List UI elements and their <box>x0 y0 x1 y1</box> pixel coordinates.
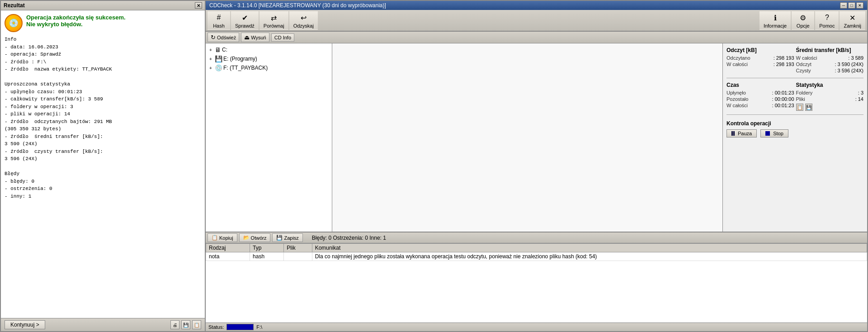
save-stats-icon[interactable]: 💾 <box>805 104 812 111</box>
w-calosci-row: W całości : 298 193 <box>726 62 794 67</box>
app-title: CDCheck - 3.1.14.0 [NIEZAREJESTROWANY (3… <box>209 2 386 9</box>
titlebar-buttons: ─ □ ✕ <box>840 2 863 9</box>
cell-rodzaj: nota <box>206 252 250 261</box>
errors-summary: Błędy: 0 Ostrzeżenia: 0 Inne: 1 <box>312 235 386 241</box>
tree-toggle-f[interactable]: + <box>208 65 214 71</box>
odswiez-button[interactable]: ↻ Odśwież <box>208 33 239 42</box>
informacje-icon: ℹ <box>770 12 781 23</box>
tree-item-e[interactable]: + 💾 E: (Programy) <box>206 54 332 63</box>
tree-label-c: C: <box>222 47 330 53</box>
col-komunikat: Komunikat <box>312 244 867 252</box>
wysun-icon: ⏏ <box>244 34 250 41</box>
col-typ: Typ <box>250 244 284 252</box>
maximize-button[interactable]: □ <box>848 2 855 9</box>
main-content: + 🖥 C: + 💾 E: (Programy) + 💿 F: (TT_PAYB… <box>206 43 867 232</box>
print-icon[interactable]: 🖨 <box>170 320 179 329</box>
kopiuj-button[interactable]: 📋 Kopiuj <box>208 233 237 242</box>
uplynelo-value: : 00:01:23 <box>772 90 794 95</box>
uplynelo-label: Upłynęło <box>726 90 746 95</box>
success-line2: Nie wykryto błędów. <box>26 21 201 28</box>
tree-toggle-e[interactable]: + <box>208 56 214 62</box>
statystyka-header: Statystyka <box>796 82 864 88</box>
stats-two-col-mid: Czas Upłynęło : 00:01:23 Pozostało : 00:… <box>726 82 863 111</box>
odczytano-label: Odczytano <box>726 55 750 61</box>
sredni-w-calosci-value: : 3 589 <box>848 55 863 61</box>
zapisz-button[interactable]: 💾 Zapisz <box>272 233 302 242</box>
status-label: Status: <box>208 324 224 330</box>
tree-toggle-c[interactable]: + <box>208 47 214 53</box>
stop-label: Stop <box>773 131 783 136</box>
close-button[interactable]: ✕ <box>856 2 863 9</box>
main-toolbar: # Hash ✔ Sprawdź ⇄ Porównaj ↩ Odzyskaj ℹ… <box>206 10 867 32</box>
status-path: F:\ <box>256 324 262 330</box>
pomoc-icon: ? <box>821 12 832 23</box>
cell-plik <box>284 252 312 261</box>
otworz-button[interactable]: 📂 Otwórz <box>239 233 271 242</box>
foldery-value: : 3 <box>858 90 863 95</box>
pliki-label: Pliki <box>796 96 805 102</box>
right-toolbar-items: ℹ Informacje ⚙ Opcje ? Pomoc ✕ Zamknij <box>760 11 865 30</box>
sredni-transfer-header: Średni transfer [kB/s] <box>796 47 864 53</box>
tree-item-c[interactable]: + 🖥 C: <box>206 45 332 54</box>
log-table: Rodzaj Typ Plik Komunikat notahashDla co… <box>206 243 867 323</box>
tree-label-f: F: (TT_PAYBACK) <box>223 65 330 71</box>
left-panel-title: Rezultat <box>4 2 25 9</box>
continue-button[interactable]: Kontynuuj > <box>5 320 45 329</box>
czysty-row: Czysty : 3 596 (24X) <box>796 68 864 73</box>
czas-header: Czas <box>726 82 794 88</box>
success-icon: 💿 <box>5 14 23 32</box>
stats-two-col-top: Odczyt [kB] Odczytano : 298 193 W całośc… <box>726 47 863 74</box>
zamknij-button[interactable]: ✕ Zamknij <box>840 11 865 30</box>
secondary-toolbar: ↻ Odśwież ⏏ Wysuń CD Info <box>206 32 867 43</box>
sprawdz-button[interactable]: ✔ Sprawdź <box>231 11 259 30</box>
status-bar: Status: F:\ <box>206 323 867 331</box>
left-panel-close-button[interactable]: ✕ <box>195 2 202 9</box>
pliki-value: : 14 <box>855 96 863 102</box>
drive-icon-c: 🖥 <box>215 46 221 53</box>
czysty-label: Czysty <box>796 68 811 73</box>
pliki-row: Pliki : 14 <box>796 96 864 102</box>
left-panel-titlebar: Rezultat ✕ <box>1 1 205 10</box>
stats-col-right: Średni transfer [kB/s] W całości : 3 589… <box>796 47 864 74</box>
status-progress-bar <box>226 324 254 330</box>
copy-stats-icon[interactable]: 📋 <box>796 104 803 111</box>
opcje-button[interactable]: ⚙ Opcje <box>792 11 814 30</box>
hash-button[interactable]: # Hash <box>208 11 230 30</box>
tree-label-e: E: (Programy) <box>223 56 330 62</box>
pozostalo-row: Pozostało : 00:00:00 <box>726 96 794 102</box>
copy-icon[interactable]: 📋 <box>192 320 201 329</box>
odczytano-value: : 298 193 <box>774 55 794 61</box>
stats-col-left: Odczyt [kB] Odczytano : 298 193 W całośc… <box>726 47 794 74</box>
sredni-w-calosci-label: W całości <box>796 55 817 61</box>
odzyskaj-icon: ↩ <box>298 12 309 23</box>
informacje-button[interactable]: ℹ Informacje <box>760 11 791 30</box>
porownaj-button[interactable]: ⇄ Porównaj <box>259 11 288 30</box>
control-section: Kontrola operacji Pauza Stop <box>726 120 863 138</box>
minimize-button[interactable]: ─ <box>840 2 847 9</box>
pomoc-button[interactable]: ? Pomoc <box>815 11 839 30</box>
odczyt-speed-label: Odczyt <box>796 62 811 67</box>
save-icon[interactable]: 💾 <box>181 320 190 329</box>
right-titlebar: CDCheck - 3.1.14.0 [NIEZAREJESTROWANY (3… <box>206 1 867 10</box>
tree-item-f[interactable]: + 💿 F: (TT_PAYBACK) <box>206 63 332 72</box>
uplynelo-row: Upłynęło : 00:01:23 <box>726 90 794 95</box>
zamknij-icon: ✕ <box>847 12 858 23</box>
wysun-button[interactable]: ⏏ Wysuń <box>241 33 269 42</box>
log-toolbar: 📋 Kopiuj 📂 Otwórz 💾 Zapisz Błędy: 0 Ostr… <box>206 232 867 243</box>
czas-col: Czas Upłynęło : 00:01:23 Pozostało : 00:… <box>726 82 794 111</box>
w-calosci-czas-value: : 00:01:23 <box>772 103 794 108</box>
stats-divider-2 <box>726 114 863 115</box>
odczyt-header: Odczyt [kB] <box>726 47 794 53</box>
drive-icon-f: 💿 <box>215 64 222 71</box>
stop-button[interactable]: Stop <box>760 129 788 138</box>
right-panel: CDCheck - 3.1.14.0 [NIEZAREJESTROWANY (3… <box>206 0 868 332</box>
sprawdz-icon: ✔ <box>239 12 250 23</box>
cd-info-button[interactable]: CD Info <box>271 33 294 42</box>
col-rodzaj: Rodzaj <box>206 244 250 252</box>
pauza-button[interactable]: Pauza <box>726 129 757 138</box>
footer-icons: 🖨 💾 📋 <box>170 320 201 329</box>
bottom-area: 📋 Kopiuj 📂 Otwórz 💾 Zapisz Błędy: 0 Ostr… <box>206 232 867 331</box>
stats-divider-1 <box>726 78 863 78</box>
odzyskaj-button[interactable]: ↩ Odzyskaj <box>289 11 318 30</box>
otworz-icon: 📂 <box>243 235 250 241</box>
